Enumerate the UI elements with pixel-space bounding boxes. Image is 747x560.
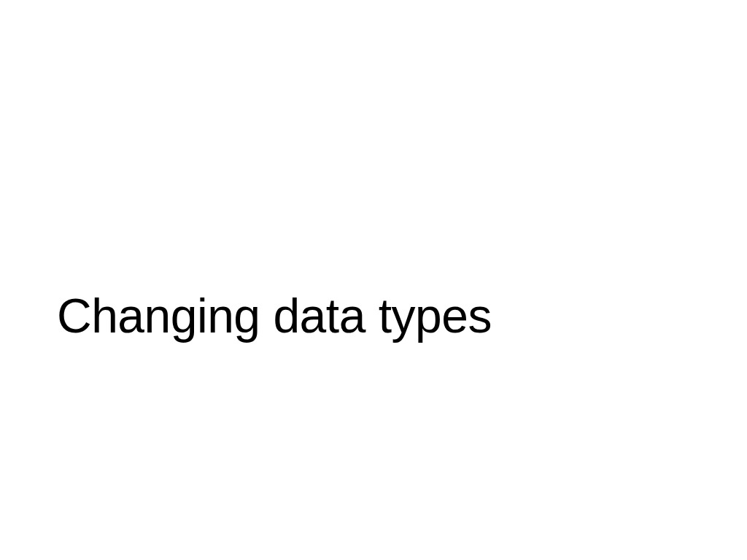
slide-title: Changing data types xyxy=(57,288,492,343)
